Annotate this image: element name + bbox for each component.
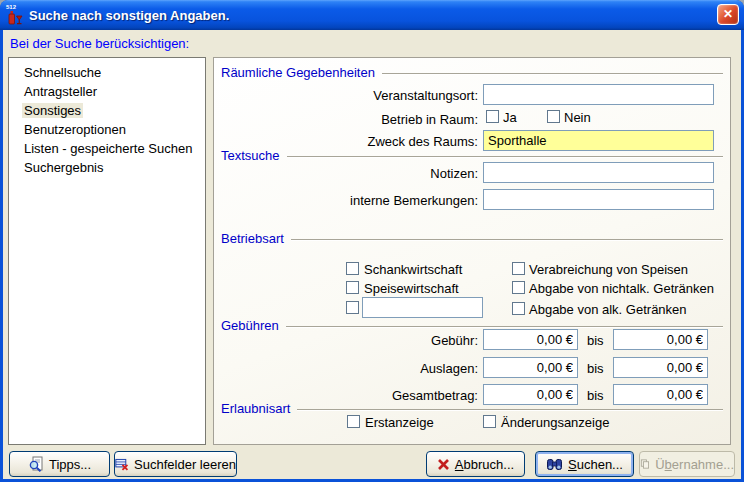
abgabe-alk-getraenke-checkbox[interactable] xyxy=(512,302,525,315)
gebuehr-from-input[interactable] xyxy=(483,329,578,350)
abgabe-nichtalk-getraenke-checkbox[interactable] xyxy=(512,281,525,294)
sidebar-item-antragsteller[interactable]: Antragsteller xyxy=(9,82,205,101)
notizen-input[interactable] xyxy=(483,162,714,183)
uebernahme-button: Übernahme... xyxy=(639,451,735,477)
erstanzeige-checkbox[interactable] xyxy=(347,415,360,428)
section-erlaubnisart: Erlaubnisart xyxy=(221,401,723,416)
speisewirtschaft-checkbox[interactable] xyxy=(346,281,359,294)
app-icon: 512 xyxy=(6,5,24,25)
aenderungsanzeige-label[interactable]: Änderungsanzeige xyxy=(501,415,609,430)
bis-label: bis xyxy=(587,361,604,376)
tipps-button-label: Tipps... xyxy=(49,457,91,472)
window-title: Suche nach sonstigen Angaben. xyxy=(29,8,229,23)
nein-checkbox[interactable] xyxy=(547,110,560,123)
abbruch-button-label: Abbruch... xyxy=(455,457,514,472)
section-divider xyxy=(291,239,723,240)
speisewirtschaft-label[interactable]: Speisewirtschaft xyxy=(364,281,459,296)
verabreichung-von-speisen-label[interactable]: Verabreichung von Speisen xyxy=(529,262,688,277)
search-category-list[interactable]: Schnellsuche Antragsteller Sonstiges Ben… xyxy=(8,57,206,445)
zweck-des-raums-label: Zweck des Raums: xyxy=(250,134,478,149)
sidebar-item-listen[interactable]: Listen - gespeicherte Suchen xyxy=(9,139,205,158)
notizen-label: Notizen: xyxy=(250,166,478,181)
sidebar-item-benutzeroptionen[interactable]: Benutzeroptionen xyxy=(9,120,205,139)
section-betriebsart: Betriebsart xyxy=(221,231,723,246)
copy-pages-icon xyxy=(640,456,650,472)
erstanzeige-label[interactable]: Erstanzeige xyxy=(365,415,434,430)
section-title: Erlaubnisart xyxy=(221,401,290,416)
instruction-label: Bei der Suche berücksichtigen: xyxy=(10,36,189,51)
app-icon-badge: 512 xyxy=(6,4,16,10)
betrieb-in-raum-label: Betrieb in Raum: xyxy=(250,112,478,127)
section-title: Betriebsart xyxy=(221,231,284,246)
section-title: Räumliche Gegebenheiten xyxy=(221,65,375,80)
abgabe-nichtalk-getraenke-label[interactable]: Abgabe von nichtalk. Getränken xyxy=(529,281,714,296)
auslagen-from-input[interactable] xyxy=(483,357,578,378)
red-x-icon xyxy=(437,458,450,471)
suchen-button[interactable]: Suchen... xyxy=(535,451,634,477)
clear-form-icon xyxy=(115,456,129,472)
section-raeumliche-gegebenheiten: Räumliche Gegebenheiten xyxy=(221,65,723,80)
close-button[interactable]: ✕ xyxy=(717,4,739,25)
ja-checkbox[interactable] xyxy=(486,110,499,123)
section-textsuche: Textsuche xyxy=(221,148,723,163)
auslagen-label: Auslagen: xyxy=(300,361,478,376)
sidebar-item-sonstiges[interactable]: Sonstiges xyxy=(9,101,205,120)
schankwirtschaft-checkbox[interactable] xyxy=(346,262,359,275)
auslagen-to-input[interactable] xyxy=(613,357,708,378)
uebernahme-button-label: Übernahme... xyxy=(655,457,734,472)
section-title: Textsuche xyxy=(221,148,280,163)
suchen-button-label: Suchen... xyxy=(568,457,623,472)
section-divider xyxy=(287,156,723,157)
custom-betriebsart-checkbox[interactable] xyxy=(346,301,359,314)
custom-betriebsart-input[interactable] xyxy=(362,297,483,318)
veranstaltungsort-label: Veranstaltungsort: xyxy=(250,88,478,103)
section-divider xyxy=(297,409,723,410)
section-title: Gebühren xyxy=(221,318,279,333)
bis-label: bis xyxy=(587,333,604,348)
sidebar-item-schnellsuche[interactable]: Schnellsuche xyxy=(9,63,205,82)
suchfelder-leeren-button[interactable]: Suchfelder leeren xyxy=(114,451,237,477)
veranstaltungsort-input[interactable] xyxy=(483,84,714,105)
gebuehr-to-input[interactable] xyxy=(613,329,708,350)
ja-label[interactable]: Ja xyxy=(503,110,517,125)
sidebar-item-suchergebnis[interactable]: Suchergebnis xyxy=(9,158,205,177)
close-icon: ✕ xyxy=(723,7,733,21)
schankwirtschaft-label[interactable]: Schankwirtschaft xyxy=(364,262,462,277)
interne-bemerkungen-label: interne Bemerkungen: xyxy=(250,193,478,208)
document-magnifier-icon xyxy=(28,456,44,472)
section-divider xyxy=(286,326,723,327)
aenderungsanzeige-checkbox[interactable] xyxy=(483,415,496,428)
title-bar[interactable]: 512 Suche nach sonstigen Angaben. ✕ xyxy=(0,0,744,30)
interne-bemerkungen-input[interactable] xyxy=(483,189,714,210)
section-divider xyxy=(382,73,723,74)
gebuehr-label: Gebühr: xyxy=(300,333,478,348)
abgabe-alk-getraenke-label[interactable]: Abgabe von alk. Getränken xyxy=(529,302,687,317)
nein-label[interactable]: Nein xyxy=(564,110,591,125)
suchfelder-leeren-button-label: Suchfelder leeren xyxy=(134,457,236,472)
abbruch-button[interactable]: Abbruch... xyxy=(426,451,525,477)
tipps-button[interactable]: Tipps... xyxy=(9,451,110,477)
verabreichung-von-speisen-checkbox[interactable] xyxy=(512,262,525,275)
dialog-window: 512 Suche nach sonstigen Angaben. ✕ Bei … xyxy=(0,0,744,482)
binoculars-icon xyxy=(546,457,563,472)
